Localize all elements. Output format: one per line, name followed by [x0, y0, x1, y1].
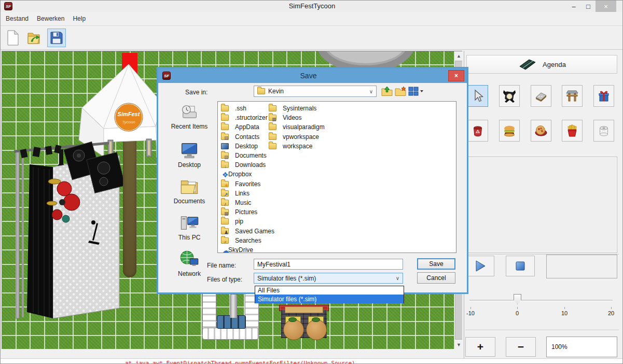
tent-logo-line1: SimFest — [118, 111, 141, 117]
save-dialog: SF Save × Save in: Kevin ∨ — [157, 67, 468, 294]
folder-item[interactable]: ▤Contacts — [221, 132, 274, 142]
folder-item[interactable]: ☁SkyDrive — [221, 245, 274, 253]
place-documents[interactable]: Documents — [165, 177, 213, 205]
folder-item[interactable]: visualparadigm — [269, 122, 325, 132]
up-one-level-button[interactable] — [381, 86, 393, 96]
recent-items-icon — [179, 103, 199, 121]
scroll-up-icon[interactable]: ▲ — [454, 51, 462, 61]
flag-pole — [230, 295, 237, 318]
save-in-combobox[interactable]: Kevin ∨ — [254, 86, 377, 97]
gift-tool-button[interactable] — [593, 85, 614, 107]
close-button[interactable]: × — [596, 1, 616, 12]
play-button[interactable] — [465, 256, 494, 276]
folder-list[interactable]: .ssh .structorizer AppData ▤Contacts Des… — [217, 101, 456, 253]
open-file-button[interactable] — [25, 29, 44, 47]
dialog-cancel-button[interactable]: Cancel — [417, 272, 455, 284]
dialog-save-button[interactable]: Save — [417, 258, 455, 270]
menu-bewerken[interactable]: Bewerken — [37, 15, 64, 22]
folder-icon — [257, 88, 265, 94]
this-pc-icon — [179, 214, 199, 232]
tent-logo-line2: Tycoon — [122, 120, 135, 124]
road-icon — [534, 89, 548, 103]
folder-icon — [269, 143, 276, 149]
folder-item[interactable]: ♪Music — [221, 198, 274, 207]
place-desktop[interactable]: Desktop — [165, 141, 213, 169]
select-tool-button[interactable] — [467, 85, 488, 107]
speed-slider-track[interactable] — [469, 300, 613, 301]
burger-prop — [306, 319, 327, 340]
placed-items-list[interactable] — [466, 157, 617, 253]
dropdown-option-simulator-files[interactable]: Simulator files (*.sim) — [255, 295, 404, 303]
file-type-combobox[interactable]: Simulator files (*.sim) ∨ — [254, 273, 403, 284]
file-name-input[interactable]: MyFestival1 — [254, 259, 403, 270]
folder-item[interactable]: ♟Saved Games — [221, 226, 274, 235]
trash-tool-button[interactable] — [467, 120, 488, 142]
gate-tool-button[interactable] — [562, 85, 583, 107]
folder-item[interactable]: Desktop — [221, 142, 274, 151]
folder-item[interactable]: workspace — [269, 142, 325, 151]
menu-help[interactable]: Help — [73, 15, 86, 22]
speed-slider-thumb[interactable] — [514, 294, 521, 304]
folder-item[interactable]: AppData — [221, 122, 274, 132]
stop-button[interactable] — [506, 256, 535, 276]
folder-item[interactable]: pip — [221, 217, 274, 226]
folder-item[interactable]: ★Favorites — [221, 179, 274, 189]
dialog-title: Save — [171, 72, 446, 80]
dialog-logo-icon: SF — [162, 72, 171, 80]
place-network[interactable]: Network — [165, 250, 213, 277]
spotlight-icon — [503, 89, 516, 103]
documents-icon — [179, 177, 199, 196]
new-file-icon — [6, 30, 20, 46]
burger-icon — [503, 124, 516, 137]
app-window: SF SimFestTycoon – □ × Bestand Bewerken … — [0, 0, 623, 364]
slider-tick-0: 0 — [508, 310, 526, 316]
cursor-icon — [471, 89, 484, 103]
agenda-button[interactable]: Agenda — [466, 55, 617, 74]
folder-icon — [221, 115, 229, 121]
stage-structure[interactable] — [2, 141, 123, 320]
chevron-down-icon: ∨ — [396, 275, 399, 281]
folder-item[interactable]: .ssh — [221, 104, 274, 113]
folder-item[interactable]: ▤Documents — [221, 151, 274, 160]
folder-item[interactable]: .structorizer — [221, 113, 274, 122]
stack-trace-line: at java.awt.EventDispatchThread.pumpEven… — [125, 359, 355, 364]
folder-item[interactable]: ⌕Searches — [221, 236, 274, 245]
folder-item[interactable]: ↗Links — [221, 189, 274, 198]
fries-icon — [565, 124, 579, 137]
burger-prop — [283, 319, 304, 340]
slider-tick-20: 20 — [602, 310, 620, 316]
dialog-close-button[interactable]: × — [448, 70, 464, 81]
folder-item[interactable]: vpworkspace — [269, 132, 325, 142]
new-folder-button[interactable] — [395, 86, 406, 96]
view-menu-button[interactable] — [408, 87, 424, 96]
fries-tool-button[interactable] — [562, 120, 583, 142]
zoom-out-button[interactable]: − — [506, 337, 536, 357]
burger-tool-button[interactable] — [499, 120, 520, 142]
place-this-pc[interactable]: This PC — [165, 214, 213, 241]
road-tool-button[interactable] — [531, 85, 551, 107]
maximize-button[interactable]: □ — [582, 1, 595, 12]
menu-bestand[interactable]: Bestand — [6, 15, 29, 22]
zoom-in-button[interactable]: + — [465, 337, 495, 357]
save-dialog-titlebar[interactable]: SF Save × — [158, 68, 467, 83]
pizza-tool-button[interactable] — [531, 120, 551, 142]
gate-icon — [565, 89, 579, 103]
new-file-button[interactable] — [4, 29, 22, 47]
minimize-button[interactable]: – — [567, 1, 580, 12]
dropdown-option-all-files[interactable]: All Files — [255, 286, 404, 295]
save-icon — [49, 31, 64, 45]
place-recent-items[interactable]: Recent Items — [165, 103, 213, 130]
spotlight-tool-button[interactable] — [499, 85, 520, 107]
folder-item[interactable]: Sysinternals — [269, 104, 325, 113]
folder-item[interactable]: ❖Dropbox — [221, 170, 274, 179]
toilet-paper-tool-button[interactable] — [593, 120, 614, 142]
file-name-label: File name: — [207, 262, 236, 269]
save-in-label: Save in: — [185, 89, 207, 96]
scroll-down-icon[interactable]: ▼ — [454, 340, 462, 349]
folder-item[interactable]: ▦Videos — [269, 113, 325, 122]
save-button-toolbar[interactable] — [47, 29, 66, 47]
save-in-value: Kevin — [268, 88, 284, 95]
zoom-level-field[interactable]: 100% — [546, 337, 617, 357]
folder-item[interactable]: ▦Pictures — [221, 207, 274, 217]
folder-item[interactable]: ↓Downloads — [221, 160, 274, 170]
